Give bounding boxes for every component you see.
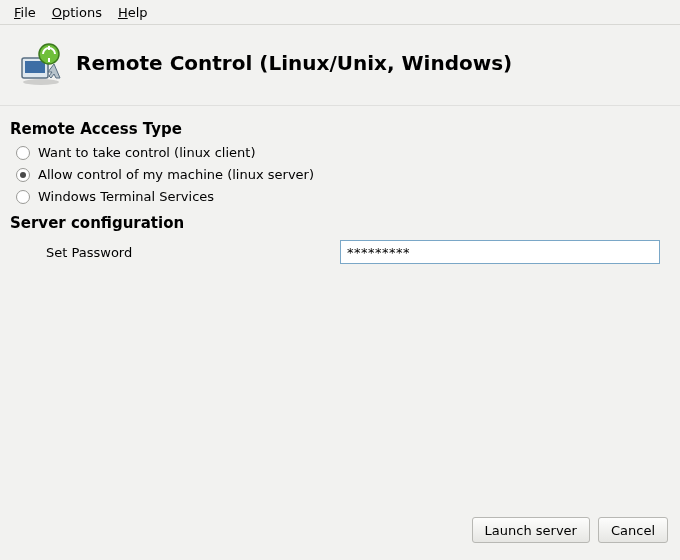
label-set-password: Set Password	[10, 245, 340, 260]
header: Remote Control (Linux/Unix, Windows)	[0, 25, 680, 106]
launch-server-button[interactable]: Launch server	[472, 517, 590, 543]
radio-label: Windows Terminal Services	[38, 189, 214, 205]
remote-control-icon	[14, 39, 68, 87]
password-input[interactable]	[340, 240, 660, 264]
radio-windows-ts[interactable]: Windows Terminal Services	[10, 186, 670, 208]
menu-options[interactable]: Options	[44, 3, 110, 22]
menu-help-label: elp	[128, 5, 148, 20]
row-set-password: Set Password	[10, 240, 670, 264]
radio-label: Allow control of my machine (linux serve…	[38, 167, 314, 183]
svg-point-0	[23, 79, 59, 85]
radio-allow-control[interactable]: Allow control of my machine (linux serve…	[10, 164, 670, 186]
menu-options-label: ptions	[62, 5, 102, 20]
menubar: File Options Help	[0, 0, 680, 25]
radio-take-control[interactable]: Want to take control (linux client)	[10, 142, 670, 164]
radio-indicator	[16, 168, 30, 182]
section-title-server-config: Server configuration	[10, 214, 670, 232]
page-title: Remote Control (Linux/Unix, Windows)	[76, 51, 512, 75]
section-title-access-type: Remote Access Type	[10, 120, 670, 138]
svg-rect-2	[25, 61, 45, 73]
content-area: Remote Access Type Want to take control …	[0, 106, 680, 510]
radio-label: Want to take control (linux client)	[38, 145, 255, 161]
menu-help[interactable]: Help	[110, 3, 156, 22]
radio-indicator	[16, 190, 30, 204]
menu-file-label: ile	[21, 5, 36, 20]
button-bar: Launch server Cancel	[0, 510, 680, 560]
cancel-button[interactable]: Cancel	[598, 517, 668, 543]
menu-file[interactable]: File	[6, 3, 44, 22]
radio-indicator	[16, 146, 30, 160]
